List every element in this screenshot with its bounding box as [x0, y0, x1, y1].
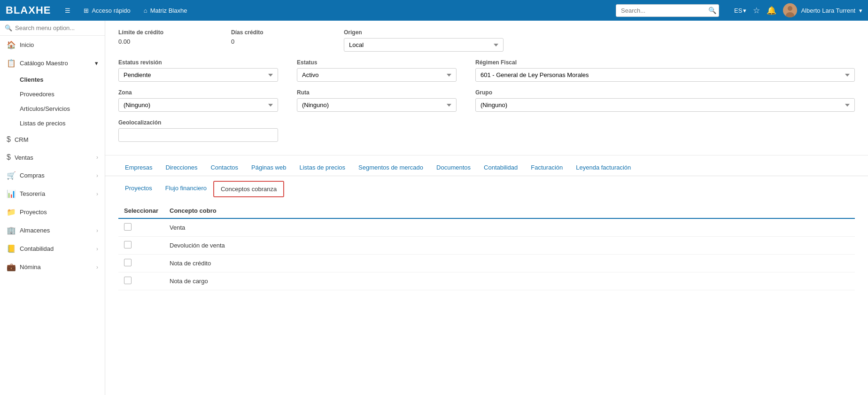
field-zona: Zona (Ninguno) Norte Sur Centro	[118, 89, 278, 112]
sidebar: 🔍 🏠 Inicio 📋 Catálogo Maestro ▾ Clientes…	[0, 21, 105, 395]
quick-access-label: Acceso rápido	[92, 7, 130, 14]
cell-concepto-3: Nota de cargo	[164, 272, 855, 290]
sidebar-label-compras: Compras	[20, 172, 93, 179]
label-origen: Origen	[344, 29, 504, 36]
select-zona[interactable]: (Ninguno) Norte Sur Centro	[118, 98, 278, 112]
form-row-3: Zona (Ninguno) Norte Sur Centro Ruta (Ni…	[118, 89, 855, 112]
catalog-icon: 📋	[7, 59, 16, 68]
sidebar-item-listas[interactable]: Listas de precios	[13, 116, 105, 131]
tab-facturacion[interactable]: Facturación	[524, 160, 569, 176]
tabs-row-1: Empresas Direcciones Contactos Páginas w…	[105, 155, 868, 176]
label-geolocalizacion: Geolocalización	[118, 119, 278, 126]
cell-concepto-2: Nota de crédito	[164, 255, 855, 272]
company-label: Matriz Blaxhe	[150, 7, 187, 14]
chevron-right-icon-3: ›	[96, 191, 98, 197]
sidebar-item-articulos[interactable]: Artículos/Servicios	[13, 101, 105, 116]
chevron-right-icon-4: ›	[96, 227, 98, 234]
select-ruta[interactable]: (Ninguno) Ruta 1 Ruta 2	[297, 98, 457, 112]
cell-checkbox-3	[118, 272, 164, 290]
favorites-button[interactable]: ☆	[753, 6, 760, 15]
select-regimen-fiscal[interactable]: 601 - General de Ley Personas Morales 60…	[475, 68, 855, 82]
search-button[interactable]: 🔍	[708, 7, 716, 14]
input-geolocalizacion[interactable]	[118, 128, 278, 142]
field-limite-credito: Límite de crédito 0.00	[118, 29, 212, 52]
tab-empresas[interactable]: Empresas	[118, 160, 159, 176]
checkbox-1[interactable]	[124, 241, 132, 248]
cell-concepto-1: Devolución de venta	[164, 237, 855, 255]
form-row-1: Límite de crédito 0.00 Días crédito 0 Or…	[118, 29, 855, 52]
sidebar-item-contabilidad[interactable]: 📒 Contabilidad ›	[0, 240, 105, 258]
chevron-right-icon-6: ›	[96, 264, 98, 271]
sidebar-item-tesoreria[interactable]: 📊 Tesorería ›	[0, 185, 105, 203]
home-icon: ⌂	[144, 7, 147, 14]
tab-direcciones[interactable]: Direcciones	[159, 160, 204, 176]
grid-icon: ⊞	[84, 7, 89, 14]
value-dias-credito: 0	[231, 38, 325, 45]
language-selector[interactable]: ES ▾	[734, 7, 746, 14]
app-layout: 🔍 🏠 Inicio 📋 Catálogo Maestro ▾ Clientes…	[0, 21, 868, 395]
avatar	[783, 3, 797, 17]
tab-contabilidad[interactable]: Contabilidad	[477, 160, 524, 176]
sidebar-item-clientes[interactable]: Clientes	[13, 72, 105, 87]
sidebar-children-catalogo: Clientes Proveedores Artículos/Servicios…	[0, 72, 105, 131]
cell-checkbox-0	[118, 218, 164, 237]
tab-listas-precios[interactable]: Listas de precios	[293, 160, 352, 176]
sidebar-label-almacenes: Almacenes	[20, 227, 93, 234]
chevron-down-icon: ▾	[95, 60, 98, 67]
col-header-concepto: Concepto cobro	[164, 203, 855, 218]
select-grupo[interactable]: (Ninguno) Grupo A Grupo B	[475, 98, 855, 112]
label-limite-credito: Límite de crédito	[118, 29, 212, 36]
table-row: Nota de cargo	[118, 272, 855, 290]
label-estatus-revision: Estatus revisión	[118, 59, 278, 66]
sidebar-item-almacenes[interactable]: 🏢 Almacenes ›	[0, 221, 105, 240]
select-estatus[interactable]: Activo Inactivo	[297, 68, 457, 82]
notifications-button[interactable]: 🔔	[767, 6, 776, 15]
sidebar-item-ventas[interactable]: $ Ventas ›	[0, 148, 105, 166]
field-geolocalizacion: Geolocalización	[118, 119, 278, 142]
sidebar-item-nomina[interactable]: 💼 Nómina ›	[0, 258, 105, 276]
value-limite-credito: 0.00	[118, 38, 212, 45]
field-origen: Origen Local Foráneo Extranjero	[344, 29, 504, 52]
top-navbar: BLAXHE ☰ ⊞ Acceso rápido ⌂ Matriz Blaxhe…	[0, 0, 868, 21]
tab-leyenda[interactable]: Leyenda facturación	[569, 160, 637, 176]
almacenes-icon: 🏢	[7, 226, 16, 235]
cell-concepto-0: Venta	[164, 218, 855, 237]
tab-segmentos[interactable]: Segmentos de mercado	[352, 160, 430, 176]
field-ruta: Ruta (Ninguno) Ruta 1 Ruta 2	[297, 89, 457, 112]
tab-proyectos[interactable]: Proyectos	[118, 181, 159, 197]
tab-content-conceptos: Seleccionar Concepto cobro Venta Devoluc…	[105, 199, 868, 295]
user-menu[interactable]: Alberto Lara Turrent ▾	[783, 3, 862, 17]
form-row-2: Estatus revisión Pendiente Aprobado Rech…	[118, 59, 855, 82]
label-grupo: Grupo	[475, 89, 855, 96]
checkbox-0[interactable]	[124, 223, 132, 231]
sidebar-item-catalogo[interactable]: 📋 Catálogo Maestro ▾	[0, 54, 105, 72]
table-row: Venta	[118, 218, 855, 237]
sidebar-search-input[interactable]	[15, 24, 100, 31]
tab-documentos[interactable]: Documentos	[430, 160, 477, 176]
sidebar-item-compras[interactable]: 🛒 Compras ›	[0, 166, 105, 185]
sidebar-label-tesoreria: Tesorería	[20, 190, 93, 197]
sidebar-item-proveedores[interactable]: Proveedores	[13, 87, 105, 101]
tab-contactos[interactable]: Contactos	[204, 160, 245, 176]
sidebar-section-catalogo: 📋 Catálogo Maestro ▾ Clientes Proveedore…	[0, 54, 105, 131]
sidebar-search-icon: 🔍	[5, 24, 12, 31]
global-search-input[interactable]	[616, 4, 719, 17]
tab-paginas-web[interactable]: Páginas web	[245, 160, 293, 176]
sidebar-label-contabilidad: Contabilidad	[20, 245, 93, 252]
tab-conceptos-cobranza[interactable]: Conceptos cobranza	[213, 181, 284, 197]
select-estatus-revision[interactable]: Pendiente Aprobado Rechazado	[118, 68, 278, 82]
hamburger-icon: ☰	[65, 7, 70, 14]
company-button[interactable]: ⌂ Matriz Blaxhe	[141, 5, 190, 16]
nomina-icon: 💼	[7, 263, 16, 271]
checkbox-3[interactable]	[124, 277, 132, 284]
tabs-row-2: Proyectos Flujo financiero Conceptos cob…	[105, 176, 868, 199]
tabs-section: Empresas Direcciones Contactos Páginas w…	[105, 155, 868, 199]
sidebar-item-proyectos[interactable]: 📁 Proyectos	[0, 203, 105, 221]
sidebar-item-crm[interactable]: $ CRM	[0, 131, 105, 148]
quick-access-button[interactable]: ⊞ Acceso rápido	[81, 5, 133, 16]
hamburger-menu-button[interactable]: ☰	[62, 5, 73, 16]
checkbox-2[interactable]	[124, 259, 132, 266]
sidebar-item-inicio[interactable]: 🏠 Inicio	[0, 36, 105, 54]
select-origen[interactable]: Local Foráneo Extranjero	[344, 38, 504, 52]
tab-flujo-financiero[interactable]: Flujo financiero	[159, 181, 213, 197]
